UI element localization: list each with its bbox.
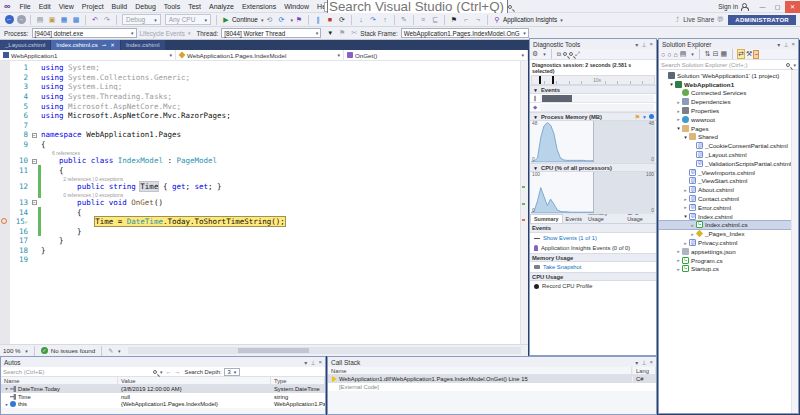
collapsed-arrow-icon[interactable]: ▸ <box>675 108 682 114</box>
expanded-arrow-icon[interactable]: ▾ <box>675 125 682 131</box>
menu-tools[interactable]: Tools <box>160 3 184 10</box>
breakpoint-gutter[interactable] <box>0 246 10 256</box>
save-all-icon[interactable]: ▩ <box>71 14 81 25</box>
zoom-dropdown[interactable]: 100 % ▾ <box>3 347 28 354</box>
line-indent-icon[interactable]: ≡ <box>418 14 428 25</box>
window-menu-icon[interactable]: ▾ <box>635 41 638 48</box>
pause-icon[interactable]: ∥ <box>313 14 323 25</box>
application-insights-button[interactable]: Application Insights <box>503 16 557 23</box>
code-line[interactable]: 16 } <box>0 226 519 236</box>
timeline-ruler[interactable]: 10s <box>531 75 655 85</box>
issues-status[interactable]: No issues found <box>51 347 95 354</box>
breakpoint-gutter[interactable] <box>0 217 10 227</box>
breakpoint-gutter[interactable] <box>0 101 10 111</box>
sign-in-button[interactable]: Sign in <box>718 3 738 10</box>
navigate-back-icon[interactable]: ← <box>5 15 14 24</box>
editor-horizontal-scrollbar[interactable] <box>128 347 521 354</box>
pin-icon[interactable]: ⊥ <box>641 41 646 48</box>
thread-dropdown[interactable]: [8044] Worker Thread▾ <box>221 28 321 38</box>
maximize-button[interactable]: ▢ <box>770 1 785 13</box>
breakpoint-gutter[interactable] <box>0 82 10 92</box>
fold-marker[interactable]: − <box>30 158 38 164</box>
pin-icon[interactable]: ⊥ <box>783 41 788 48</box>
tree-item[interactable]: _ValidationScriptsPartial.cshtml <box>659 159 798 168</box>
search-depth-dropdown[interactable]: 3▾ <box>224 368 241 376</box>
code-line[interactable]: 13− public void OnGet() <box>0 198 519 208</box>
collapsed-arrow-icon[interactable]: ▸ <box>675 257 682 263</box>
collapsed-arrow-icon[interactable]: ▸ <box>689 222 696 228</box>
reset-view-icon[interactable]: ⤢ <box>575 51 580 58</box>
tab-index-cshtml-cs[interactable]: Index.cshtml.cs⊸✕ <box>51 40 120 50</box>
show-all-files-icon[interactable]: ▦ <box>721 50 728 58</box>
pin-tab-icon[interactable]: ⊸ <box>102 42 107 48</box>
tree-item[interactable]: ▸Contact.cshtml <box>659 194 798 203</box>
show-events-link[interactable]: Show Events (1 of 1) <box>543 235 597 241</box>
call-stack-row[interactable]: [External Code] <box>328 383 656 391</box>
code-line[interactable]: 1using System; <box>0 63 519 73</box>
collapsed-arrow-icon[interactable]: ▸ <box>689 231 696 237</box>
tab-index-cshtml[interactable]: Index.cshtml <box>121 40 165 50</box>
window-menu-icon[interactable]: ▾ <box>304 359 307 366</box>
breakpoint-gutter[interactable] <box>0 73 10 83</box>
undo-icon[interactable]: ↶ <box>90 14 100 25</box>
menu-analyze[interactable]: Analyze <box>205 3 238 10</box>
tree-item[interactable]: ▸About.cshtml <box>659 185 798 194</box>
zoom-in-icon[interactable] <box>563 52 567 56</box>
tree-item[interactable]: _Layout.cshtml <box>659 150 798 159</box>
live-share-button[interactable]: Live Share <box>683 16 714 23</box>
tree-item[interactable]: _ViewImports.cshtml <box>659 168 798 177</box>
tree-item[interactable]: ▸Privacy.cshtml <box>659 238 798 247</box>
window-menu-icon[interactable]: ▾ <box>777 41 780 48</box>
breakpoint-gutter[interactable] <box>0 111 10 121</box>
gc-icon[interactable] <box>649 114 654 119</box>
menu-debug[interactable]: Debug <box>131 3 160 10</box>
edit-pencil-icon[interactable]: ✎ <box>399 14 409 25</box>
home-icon[interactable]: ⌂ <box>673 51 677 58</box>
breakpoint-gutter[interactable] <box>0 255 10 265</box>
select-tool-icon[interactable]: ⧉ <box>557 51 561 58</box>
menu-edit[interactable]: Edit <box>35 3 55 10</box>
hot-reload-icon[interactable]: ⟳ <box>276 14 286 25</box>
solution-search-input[interactable] <box>661 62 786 68</box>
autos-search-input[interactable] <box>3 369 153 375</box>
bookmark-icon[interactable]: ⚑ <box>449 14 459 25</box>
pending-changes-filter-icon[interactable]: ⇅ <box>705 50 711 58</box>
diagnostics-tab-events[interactable]: Events <box>563 215 585 223</box>
code-line[interactable]: 3using System.Linq; <box>0 82 519 92</box>
new-file-icon[interactable]: ▤ <box>35 14 45 25</box>
stop-debugging-icon[interactable]: ■ <box>325 14 335 25</box>
code-line[interactable]: 7 <box>0 121 519 131</box>
properties-wrench-icon[interactable]: ⚒ <box>746 50 752 58</box>
menu-view[interactable]: View <box>55 3 78 10</box>
tree-item[interactable]: Solution 'WebApplication1' (1 project) <box>659 71 798 80</box>
zoom-out-icon[interactable] <box>569 52 573 56</box>
snapshot-marker-icon[interactable]: ⚑ <box>635 113 640 120</box>
forward-icon[interactable]: ○ <box>667 51 671 58</box>
continue-icon[interactable]: ▶ <box>221 14 231 25</box>
autos-row[interactable]: ▸DateTime.Today{3/8/2019 12:00:00 AM}Sys… <box>1 385 325 393</box>
tree-item[interactable]: ▾Index.cshtml <box>659 212 798 221</box>
solution-configuration-dropdown[interactable]: Debug▾ <box>122 14 161 25</box>
restart-debugging-icon[interactable]: ⟳ <box>337 14 347 25</box>
collapsed-arrow-icon[interactable]: ▸ <box>682 196 689 202</box>
fold-marker[interactable]: − <box>30 132 38 138</box>
switch-views-icon[interactable]: ▤ <box>680 50 687 58</box>
back-icon[interactable]: ○ <box>661 51 665 58</box>
user-profile-icon[interactable] <box>741 4 747 10</box>
code-line[interactable]: 15✓ Time = DateTime.Today.ToShortTimeStr… <box>0 217 519 227</box>
call-stack-row[interactable]: WebApplication1.dll!WebApplication1.Page… <box>328 375 656 383</box>
close-panel-icon[interactable]: × <box>649 359 653 365</box>
memory-graph-header[interactable]: Process Memory (MB) <box>541 114 602 120</box>
cpu-graph-header[interactable]: CPU (% of all processors) <box>541 165 612 171</box>
type-dropdown[interactable]: WebApplication1.Pages.IndexModel▾ <box>176 50 344 60</box>
breakpoint-gutter[interactable] <box>0 140 10 150</box>
collapsed-arrow-icon[interactable]: ▸ <box>675 248 682 254</box>
tree-item[interactable]: ▸Startup.cs <box>659 265 798 274</box>
tree-item[interactable]: ▾Pages <box>659 124 798 133</box>
application-insights-icon[interactable]: ⚲ <box>492 14 502 25</box>
breakpoint-gutter[interactable] <box>0 207 10 217</box>
tree-item[interactable]: ▸_Pages_Index <box>659 229 798 238</box>
open-file-icon[interactable]: ▣ <box>47 14 57 25</box>
collapsed-arrow-icon[interactable]: ▸ <box>682 204 689 210</box>
collapsed-arrow-icon[interactable]: ▸ <box>675 99 682 105</box>
